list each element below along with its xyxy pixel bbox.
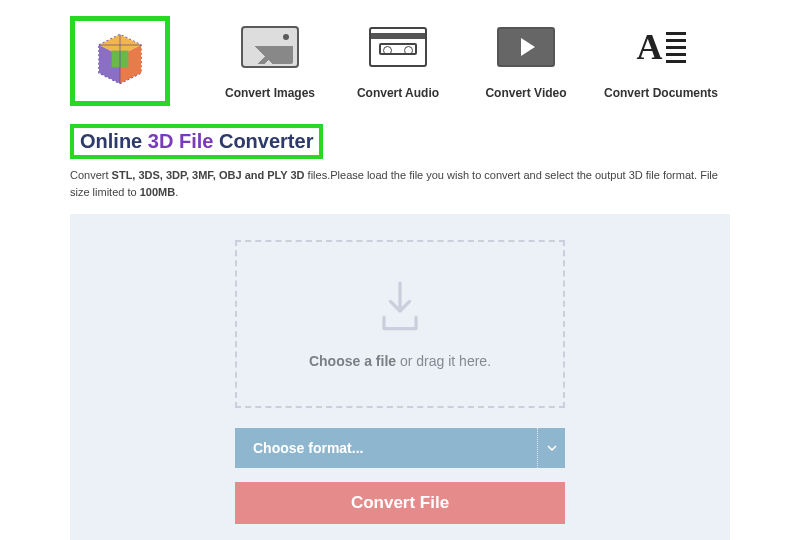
file-dropzone[interactable]: Choose a file or drag it here. <box>235 240 565 408</box>
image-icon <box>241 26 299 68</box>
subtitle-pre: Convert <box>70 169 112 181</box>
logo-highlighted[interactable] <box>70 16 170 106</box>
format-placeholder: Choose format... <box>235 440 537 456</box>
convert-button[interactable]: Convert File <box>235 482 565 524</box>
title-part3: Converter <box>219 130 313 152</box>
chevron-down-icon <box>537 428 565 468</box>
nav-convert-documents[interactable]: A Convert Documents <box>604 26 718 100</box>
video-play-icon <box>497 26 555 68</box>
upload-panel: Choose a file or drag it here. Choose fo… <box>70 214 730 540</box>
page-title-highlighted: Online 3D File Converter <box>70 124 323 159</box>
nav-label-video: Convert Video <box>485 86 566 100</box>
nav-label-documents: Convert Documents <box>604 86 718 100</box>
cube-3d-icon <box>85 24 155 98</box>
nav-convert-video[interactable]: Convert Video <box>476 26 576 100</box>
convert-button-label: Convert File <box>351 493 449 513</box>
dropzone-rest: or drag it here. <box>396 353 491 369</box>
subtitle-post: . <box>175 186 178 198</box>
cassette-icon <box>369 26 427 68</box>
dropzone-text: Choose a file or drag it here. <box>309 353 491 369</box>
dropzone-bold: Choose a file <box>309 353 396 369</box>
title-part1: Online <box>80 130 148 152</box>
header: Convert Images Convert Audio Convert Vid… <box>70 16 730 106</box>
title-part2: 3D File <box>148 130 219 152</box>
subtitle-formats: STL, 3DS, 3DP, 3MF, OBJ and PLY 3D <box>112 169 305 181</box>
page-title-wrap: Online 3D File Converter <box>70 124 730 159</box>
nav-label-images: Convert Images <box>225 86 315 100</box>
download-arrow-icon <box>376 279 424 339</box>
nav-convert-audio[interactable]: Convert Audio <box>348 26 448 100</box>
document-icon: A <box>632 26 690 68</box>
nav-convert-images[interactable]: Convert Images <box>220 26 320 100</box>
nav-label-audio: Convert Audio <box>357 86 439 100</box>
format-select[interactable]: Choose format... <box>235 428 565 468</box>
subtitle-limit: 100MB <box>140 186 175 198</box>
subtitle: Convert STL, 3DS, 3DP, 3MF, OBJ and PLY … <box>70 167 730 200</box>
nav: Convert Images Convert Audio Convert Vid… <box>220 16 718 100</box>
